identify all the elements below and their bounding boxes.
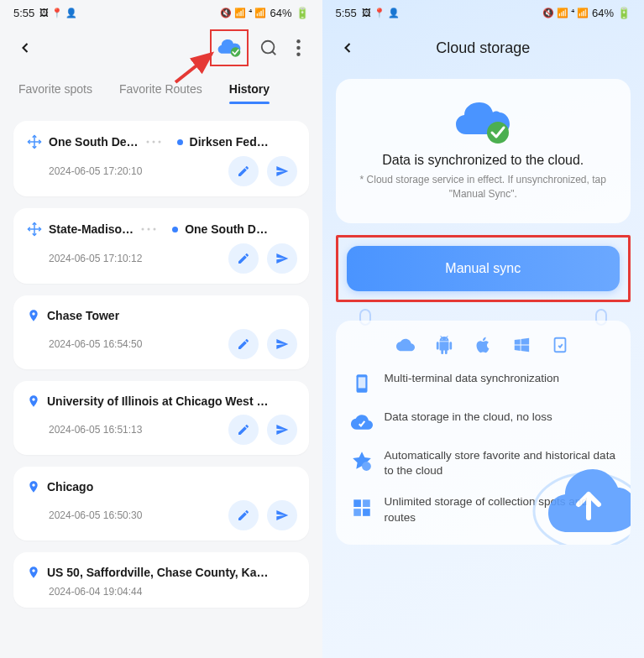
pencil-icon <box>237 423 250 436</box>
page-title: Cloud storage <box>436 39 530 57</box>
svg-rect-23 <box>353 500 361 508</box>
svg-point-4 <box>296 46 300 50</box>
route-to: One South De… <box>185 222 269 236</box>
feature-item: Data storage in the cloud, no loss <box>351 410 616 433</box>
pencil-icon <box>237 164 250 178</box>
edit-button[interactable] <box>228 329 259 359</box>
history-item[interactable]: US 50, Saffordville, Chase County, Ka… 2… <box>13 552 309 608</box>
device-icon <box>551 336 569 354</box>
platform-icons-row <box>351 336 616 354</box>
history-list: One South De… Dirksen Feder… 2024-06-05 … <box>0 104 322 608</box>
send-icon <box>275 164 289 178</box>
location-pin-icon <box>27 394 40 408</box>
edit-button[interactable] <box>228 500 259 530</box>
cloud-storage-icon <box>351 411 373 433</box>
send-button[interactable] <box>267 329 297 359</box>
manual-sync-highlight: Manual sync <box>336 235 631 302</box>
send-button[interactable] <box>267 415 297 445</box>
status-right-icons: 🔇 📶 ⁴ 📶 <box>220 8 266 18</box>
search-button[interactable] <box>252 31 285 65</box>
svg-point-12 <box>158 141 160 144</box>
send-icon <box>275 423 289 436</box>
status-battery: 64% <box>270 7 291 19</box>
search-icon <box>259 39 278 57</box>
cloud-storage-screen: 5:55 🖼 📍 👤 🔇 📶 ⁴ 📶 64% 🔋 Cloud storage D… <box>322 0 645 658</box>
pencil-icon <box>237 252 250 265</box>
spot-name: University of Illinois at Chicago West … <box>47 394 268 408</box>
send-icon <box>275 252 289 265</box>
spot-name: Chicago <box>47 480 93 494</box>
features-card: Multi-terminal data synchronization Data… <box>336 321 631 546</box>
status-bar: 5:55 🖼 📍 👤 🔇 📶 ⁴ 📶 64% 🔋 <box>322 0 645 25</box>
spot-name: Chase Tower <box>47 309 119 322</box>
more-button[interactable] <box>289 31 309 65</box>
tabs: Favorite spots Favorite Routes History <box>0 70 322 104</box>
spot-name: US 50, Saffordville, Chase County, Ka… <box>47 566 268 579</box>
sync-status-title: Data is synchronized to the cloud. <box>353 153 615 168</box>
history-item[interactable]: Chase Tower 2024-06-05 16:54:50 <box>13 295 309 369</box>
manual-sync-button[interactable]: Manual sync <box>347 246 620 291</box>
svg-rect-21 <box>358 377 365 388</box>
battery-icon: 🔋 <box>617 7 631 19</box>
header <box>0 25 322 70</box>
svg-point-11 <box>152 141 154 144</box>
status-battery: 64% <box>592 7 614 19</box>
send-icon <box>275 509 289 522</box>
route-connector-icon <box>140 227 165 232</box>
move-icon <box>27 222 42 237</box>
edit-button[interactable] <box>228 243 259 274</box>
route-from: State-Madiso… <box>49 222 134 236</box>
history-item[interactable]: State-Madiso… One South De… 2024-06-05 1… <box>13 208 309 284</box>
svg-point-10 <box>146 141 149 144</box>
route-connector-icon <box>145 139 170 144</box>
svg-point-18 <box>487 122 509 144</box>
svg-rect-25 <box>353 509 361 517</box>
svg-point-22 <box>362 462 371 471</box>
status-left-icons: 🖼 📍 👤 <box>362 8 400 18</box>
cloud-sync-button[interactable] <box>210 29 249 66</box>
send-button[interactable] <box>267 500 297 530</box>
feature-item: Multi-terminal data synchronization <box>351 371 616 394</box>
send-button[interactable] <box>267 156 297 186</box>
status-bar: 5:55 🖼 📍 👤 🔇 📶 ⁴ 📶 64% 🔋 <box>0 0 322 25</box>
send-button[interactable] <box>267 243 297 274</box>
chevron-left-icon <box>339 39 356 56</box>
tab-favorite-spots[interactable]: Favorite spots <box>18 76 92 104</box>
back-button[interactable] <box>7 29 44 66</box>
status-left-icons: 🖼 📍 👤 <box>39 8 77 18</box>
location-pin-icon <box>27 309 40 322</box>
star-auto-icon <box>351 450 373 472</box>
timestamp: 2024-06-05 16:54:50 <box>49 338 142 350</box>
destination-dot-icon <box>172 227 178 232</box>
svg-point-17 <box>154 228 156 231</box>
header: Cloud storage <box>322 25 645 70</box>
history-item[interactable]: University of Illinois at Chicago West …… <box>13 381 309 455</box>
history-item[interactable]: Chicago 2024-06-05 16:50:30 <box>13 467 309 540</box>
tab-favorite-routes[interactable]: Favorite Routes <box>119 76 202 104</box>
location-pin-icon <box>27 566 40 579</box>
timestamp: 2024-06-05 17:10:12 <box>49 253 142 264</box>
svg-rect-26 <box>363 509 370 517</box>
apple-icon <box>474 336 492 354</box>
cloud-upload-decoration <box>530 452 631 545</box>
pencil-icon <box>237 337 250 351</box>
edit-button[interactable] <box>228 156 259 186</box>
edit-button[interactable] <box>228 415 259 445</box>
windows-icon <box>512 336 531 354</box>
unlimited-icon <box>351 496 373 518</box>
pencil-icon <box>237 509 250 522</box>
more-vertical-icon <box>296 39 301 56</box>
history-item[interactable]: One South De… Dirksen Feder… 2024-06-05 … <box>13 121 309 196</box>
svg-rect-19 <box>555 337 566 352</box>
tab-history[interactable]: History <box>229 76 270 104</box>
history-screen: 5:55 🖼 📍 👤 🔇 📶 ⁴ 📶 64% 🔋 <box>0 0 322 658</box>
timestamp: 2024-06-05 17:20:10 <box>49 165 142 177</box>
back-button[interactable] <box>329 29 366 66</box>
status-time: 5:55 <box>336 7 357 19</box>
destination-dot-icon <box>177 139 183 145</box>
sync-status-subtitle: * Cloud storage service in effect. If un… <box>353 173 615 201</box>
svg-point-16 <box>148 228 150 231</box>
timestamp: 2024-06-05 16:50:30 <box>49 509 142 521</box>
svg-rect-24 <box>363 500 370 508</box>
sync-status-card: Data is synchronized to the cloud. * Clo… <box>336 79 631 223</box>
